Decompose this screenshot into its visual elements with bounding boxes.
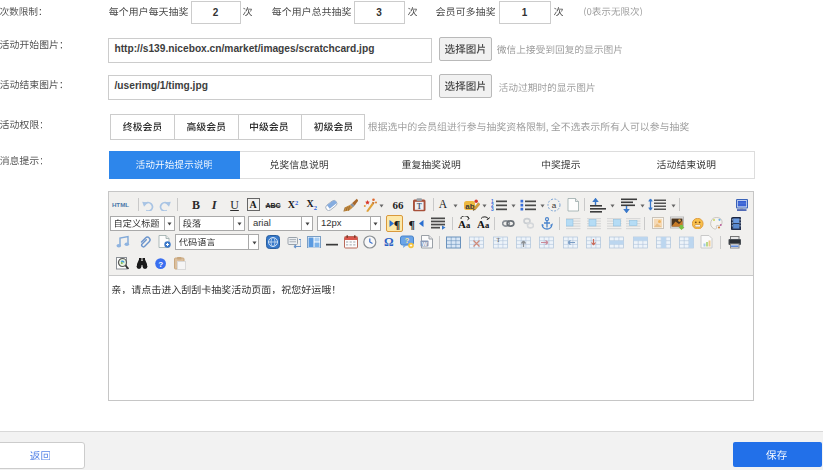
svg-text:A: A	[477, 218, 485, 230]
svg-text:¶: ¶	[409, 217, 415, 230]
svg-text:a: a	[552, 201, 557, 210]
svg-text:T: T	[417, 201, 422, 210]
svg-text:a: a	[485, 220, 490, 230]
svg-text:?: ?	[158, 259, 163, 268]
svg-text:¶: ¶	[393, 217, 399, 230]
svg-text:T: T	[496, 237, 500, 243]
svg-text:A: A	[458, 218, 466, 230]
svg-text:3: 3	[491, 206, 494, 211]
svg-text:ab: ab	[465, 201, 474, 210]
svg-text:a: a	[466, 220, 471, 230]
svg-text:W: W	[422, 241, 428, 247]
